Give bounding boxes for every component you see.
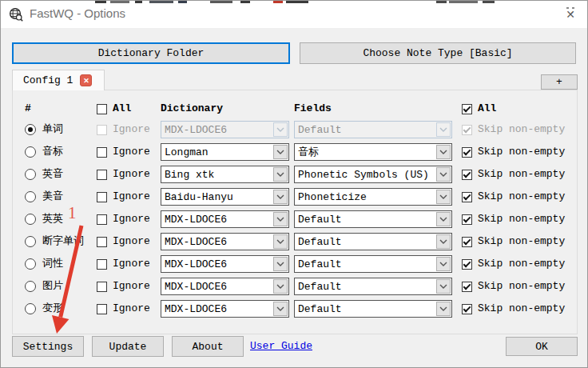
table-row: 美音 Ignore Baidu-Hanyu Phoneticize Skip n… [1,186,588,208]
ignore-label: Ignore [113,141,150,163]
all-ignore-label: All [113,102,131,114]
dictionary-select-value: MDX-LDOCE6 [161,281,273,293]
dictionary-select-value: MDX-LDOCE6 [161,236,273,248]
add-config-button[interactable]: + [541,74,578,90]
fields-select[interactable]: Default [294,300,452,318]
row-radio[interactable] [25,124,36,135]
ignore-checkbox[interactable] [97,259,107,270]
all-ignore-checkbox[interactable] [97,104,107,114]
fields-select[interactable]: Default [294,255,452,273]
user-guide-link[interactable]: User Guide [250,336,312,357]
skip-label: Skip non-empty [478,298,565,320]
chevron-down-icon[interactable] [273,190,288,204]
ignore-checkbox[interactable] [97,282,107,292]
row-radio[interactable] [25,191,36,202]
dictionary-select[interactable]: Baidu-Hanyu [161,188,289,206]
ignore-checkbox[interactable] [97,170,107,180]
fields-select-value: Default [295,258,436,270]
fields-select[interactable]: Default [294,278,452,295]
dictionary-select-value: Longman [161,146,273,158]
about-button[interactable]: About [172,336,244,357]
row-label: 断字单词 [42,230,84,253]
settings-button[interactable]: Settings [12,336,84,357]
chevron-down-icon[interactable] [273,212,288,226]
chevron-down-icon[interactable] [273,167,288,182]
chevron-down-icon[interactable] [436,279,451,294]
tab-config-1[interactable]: Config 1 ✕ [12,70,105,90]
fields-select[interactable]: Phonetic Symbols (US) [294,166,452,183]
skip-label: Skip non-empty [478,186,565,208]
window-close-button[interactable]: ✕ [559,5,582,24]
chevron-down-icon[interactable] [273,145,288,159]
chevron-down-icon[interactable] [273,122,288,137]
chevron-down-icon[interactable] [436,190,451,204]
dictionary-select-value: MDX-LDOCE6 [161,124,273,136]
ignore-checkbox[interactable] [97,147,107,158]
chevron-down-icon[interactable] [273,302,288,316]
dictionary-select[interactable]: MDX-LDOCE6 [161,233,289,250]
skip-checkbox[interactable] [462,125,472,135]
all-skip-checkbox[interactable] [462,104,472,114]
row-radio[interactable] [25,236,36,247]
fields-select-value: Default [295,214,436,226]
chevron-down-icon[interactable] [436,234,451,249]
annotation-step-number: 1 [68,203,77,223]
ignore-checkbox[interactable] [97,214,107,225]
ignore-label: Ignore [113,275,150,298]
dictionary-select[interactable]: MDX-LDOCE6 [161,255,289,273]
update-button[interactable]: Update [92,336,164,357]
chevron-down-icon[interactable] [436,212,451,226]
ignore-checkbox[interactable] [97,237,107,247]
title-bar: FastWQ - Options ✕ [1,1,587,28]
skip-checkbox[interactable] [462,170,472,180]
table-row: 变形 Ignore MDX-LDOCE6 Default Skip non-em… [1,298,588,320]
dictionary-select[interactable]: MDX-LDOCE6 [161,300,289,318]
all-skip-label: All [478,102,496,114]
row-radio[interactable] [25,281,36,292]
ignore-checkbox[interactable] [97,192,107,202]
chevron-down-icon[interactable] [273,234,288,249]
choose-note-type-button[interactable]: Choose Note Type [Basic] [300,42,576,64]
skip-label: Skip non-empty [478,118,565,141]
skip-checkbox[interactable] [462,147,472,158]
column-header-fields: Fields [294,102,332,114]
dictionary-folder-button[interactable]: Dictionary Folder [12,42,290,64]
row-radio[interactable] [25,214,36,225]
fields-select[interactable]: 音标 [294,143,452,161]
chevron-down-icon[interactable] [436,167,451,182]
row-label: 英英 [42,208,63,230]
dictionary-select[interactable]: MDX-LDOCE6 [161,121,289,138]
ok-button[interactable]: OK [506,337,578,356]
skip-checkbox[interactable] [462,304,472,314]
row-radio[interactable] [25,303,36,314]
dictionary-select[interactable]: MDX-LDOCE6 [161,278,289,295]
chevron-down-icon[interactable] [436,122,451,137]
chevron-down-icon[interactable] [273,279,288,294]
skip-checkbox[interactable] [462,282,472,292]
ignore-checkbox[interactable] [97,304,107,314]
fields-select-value: Default [295,236,436,248]
skip-checkbox[interactable] [462,192,472,202]
dictionary-select[interactable]: Longman [161,143,289,161]
fields-select[interactable]: Phoneticize [294,188,452,206]
fields-select[interactable]: Default [294,121,452,138]
chevron-down-icon[interactable] [273,257,288,271]
tab-close-icon[interactable]: ✕ [80,74,92,86]
dictionary-select[interactable]: Bing xtk [161,166,289,183]
fields-select-value: Default [295,124,436,136]
ignore-checkbox[interactable] [97,125,107,135]
chevron-down-icon[interactable] [436,257,451,271]
dictionary-select[interactable]: MDX-LDOCE6 [161,210,289,228]
chevron-down-icon[interactable] [436,302,451,316]
row-radio[interactable] [25,258,36,270]
row-label: 图片 [42,275,63,298]
skip-checkbox[interactable] [462,259,472,270]
chevron-down-icon[interactable] [436,145,451,159]
fields-select[interactable]: Default [294,210,452,228]
ignore-label: Ignore [113,163,150,186]
skip-checkbox[interactable] [462,237,472,247]
skip-checkbox[interactable] [462,214,472,225]
row-radio[interactable] [25,169,36,180]
row-radio[interactable] [25,146,36,158]
fields-select[interactable]: Default [294,233,452,250]
